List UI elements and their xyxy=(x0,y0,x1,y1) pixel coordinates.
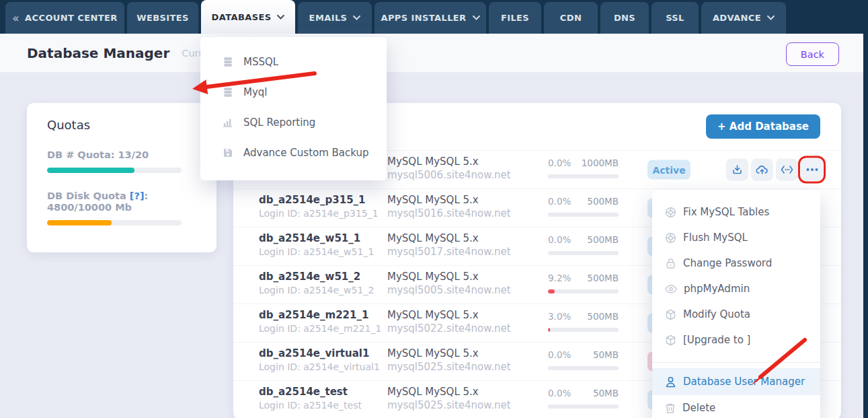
menu-item-database-user-manager[interactable]: Database User Manager xyxy=(652,368,820,395)
db-login: Login ID: a2514e_p315_1 xyxy=(259,207,379,220)
chevrons-left-icon: « xyxy=(12,11,19,25)
database-icon xyxy=(223,57,233,67)
cloud-backup-button[interactable] xyxy=(751,159,773,181)
menu-item-delete[interactable]: Delete xyxy=(652,395,820,418)
more-options-button[interactable] xyxy=(801,159,823,181)
disk-quota-label: DB Disk Quota [?]:4800/10000 Mb xyxy=(47,190,196,213)
db-size: 50MB xyxy=(593,388,619,398)
database-icon xyxy=(223,87,233,98)
db-size: 500MB xyxy=(587,196,619,207)
nav-tab-label: DATABASES xyxy=(212,12,272,22)
nav-tab-ssl[interactable]: SSL xyxy=(652,2,699,34)
nav-tab-emails[interactable]: EMAILS xyxy=(298,2,372,34)
db-name: db_a2514e_p315_1 xyxy=(259,194,379,207)
nav-tab-websites[interactable]: WEBSITES xyxy=(127,2,198,34)
db-quota-label: DB # Quota: 13/20 xyxy=(47,149,196,161)
menu-item-modify-quota[interactable]: Modify Quota xyxy=(652,302,820,327)
databases-dropdown-menu: MSSQL Myql SQL Reporting Advance Custom … xyxy=(200,37,387,180)
nav-tab-databases[interactable]: DATABASES xyxy=(201,0,295,34)
db-type: MySQL MySQL 5.x xyxy=(387,155,511,168)
chevron-down-icon xyxy=(767,15,775,20)
quotas-card: Quotas DB # Quota: 13/20 DB Disk Quota [… xyxy=(27,103,216,252)
nav-tab-apps-installer[interactable]: APPS INSTALLER xyxy=(374,2,486,34)
db-type: MySQL MySQL 5.x xyxy=(387,309,511,322)
db-login: Login ID: a2514e_w51_2 xyxy=(259,284,374,297)
usage-bar xyxy=(548,213,619,217)
top-navigation: « ACCOUNT CENTER WEBSITES DATABASES EMAI… xyxy=(0,0,868,34)
db-login: Login ID: a2514e_w51_1 xyxy=(259,246,374,258)
chevron-down-icon xyxy=(277,15,284,20)
db-name: db_a2514e_w51_1 xyxy=(259,232,374,245)
menu-item-mssql[interactable]: MSSQL xyxy=(200,46,387,77)
menu-item-phpmyadmin[interactable]: phpMyAdmin xyxy=(652,276,820,302)
row-actions-menu: Fix MySQL Tables Flush MySQL Change Pass… xyxy=(652,190,820,418)
db-size: 500MB xyxy=(587,311,619,322)
menu-item-flush-mysql[interactable]: Flush MySQL xyxy=(652,225,820,250)
lifebuoy-icon xyxy=(665,232,676,244)
download-icon xyxy=(732,164,743,176)
usage-bar xyxy=(548,366,619,370)
db-login: Login ID: a2514e_virtual1 xyxy=(259,361,380,374)
connection-string-button[interactable] xyxy=(776,159,798,181)
eye-icon xyxy=(665,285,677,293)
usage-percent: 3.0% xyxy=(548,311,571,322)
help-icon[interactable]: [?] xyxy=(130,190,145,201)
usage-percent: 0.0% xyxy=(548,234,571,245)
page-title: Database Manager xyxy=(27,45,169,61)
nav-tab-label: CDN xyxy=(560,13,582,23)
nav-tab-dns[interactable]: DNS xyxy=(600,2,649,34)
cube-icon xyxy=(665,335,676,346)
nav-tab-label: ACCOUNT CENTER xyxy=(25,13,118,23)
db-type: MySQL MySQL 5.x xyxy=(387,347,511,360)
db-login: Login ID: a2514e_m221_1 xyxy=(259,322,381,335)
nav-tab-label: WEBSITES xyxy=(136,13,189,23)
db-type: MySQL MySQL 5.x xyxy=(387,271,511,283)
nav-tab-label: DNS xyxy=(614,13,635,23)
usage-bar xyxy=(548,328,619,332)
menu-item-upgrade-to[interactable]: [Upgrade to ] xyxy=(652,327,820,353)
back-button[interactable]: Back xyxy=(786,42,839,66)
usage-percent: 0.0% xyxy=(548,349,571,360)
db-quota-progress xyxy=(47,168,182,173)
right-edge-strip xyxy=(863,34,868,418)
db-name: db_a2514e_virtual1 xyxy=(259,347,380,360)
menu-item-advance-custom-backup[interactable]: Advance Custom Backup xyxy=(200,137,387,168)
db-host: mysql5016.site4now.net xyxy=(387,207,511,220)
nav-tab-label: EMAILS xyxy=(309,13,348,23)
lock-icon xyxy=(665,258,676,269)
db-type: MySQL MySQL 5.x xyxy=(387,232,511,245)
menu-item-fix-mysql-tables[interactable]: Fix MySQL Tables xyxy=(652,199,820,225)
more-options-icon xyxy=(806,168,818,172)
db-size: 1000MB xyxy=(582,158,619,168)
nav-tab-cdn[interactable]: CDN xyxy=(544,2,598,34)
chevron-down-icon xyxy=(353,15,360,20)
bar-chart-icon xyxy=(223,117,233,128)
db-type: MySQL MySQL 5.x xyxy=(387,194,511,207)
db-host: mysql5017.site4now.net xyxy=(387,246,511,258)
db-name: db_a2514e_w51_2 xyxy=(259,271,374,283)
status-badge: Active xyxy=(647,160,691,180)
page-header: Database Manager Current Datab Back xyxy=(0,34,868,73)
nav-tab-account-center[interactable]: « ACCOUNT CENTER xyxy=(5,2,124,34)
db-host: mysql5025.site4now.net xyxy=(387,361,511,374)
nav-tab-label: APPS INSTALLER xyxy=(381,13,466,23)
usage-percent: 0.0% xyxy=(548,196,571,207)
save-icon xyxy=(223,147,233,158)
db-size: 50MB xyxy=(593,349,619,360)
nav-tab-advance[interactable]: ADVANCE xyxy=(701,2,786,34)
quotas-title: Quotas xyxy=(47,118,216,132)
menu-item-change-password[interactable]: Change Password xyxy=(652,250,820,276)
db-host: mysql5006.site4now.net xyxy=(387,169,511,182)
menu-item-myql[interactable]: Myql xyxy=(200,77,387,107)
menu-item-sql-reporting[interactable]: SQL Reporting xyxy=(200,107,387,137)
nav-tab-files[interactable]: FILES xyxy=(489,2,541,34)
code-icon xyxy=(781,166,793,174)
database-manager-screen: « ACCOUNT CENTER WEBSITES DATABASES EMAI… xyxy=(0,0,868,418)
menu-divider xyxy=(652,362,820,363)
download-button[interactable] xyxy=(726,159,748,181)
usage-bar xyxy=(548,251,619,255)
usage-percent: 0.0% xyxy=(548,158,571,168)
add-database-button[interactable]: + Add Database xyxy=(706,114,820,139)
trash-icon xyxy=(665,403,676,414)
db-type: MySQL MySQL 5.x xyxy=(387,386,511,398)
